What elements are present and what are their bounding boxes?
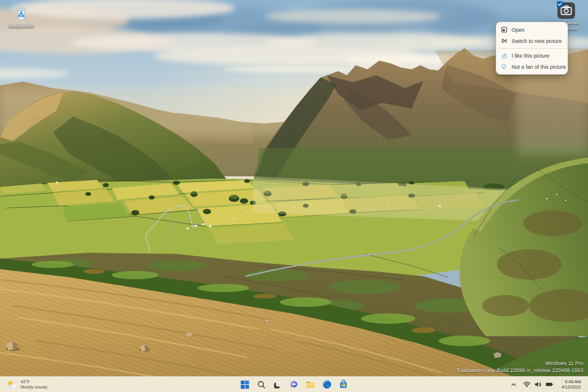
- task-view-icon: [273, 380, 282, 389]
- battery-icon: [545, 380, 554, 388]
- search-icon: [257, 380, 266, 389]
- chat-icon: [289, 380, 299, 389]
- wifi-icon: [523, 380, 531, 388]
- store-button[interactable]: [336, 377, 350, 391]
- open-window-icon: [501, 26, 507, 33]
- menu-item-like-label: I like this picture: [512, 53, 550, 59]
- store-icon: [339, 380, 348, 389]
- task-view-button[interactable]: [270, 377, 285, 391]
- edge-button[interactable]: [320, 377, 334, 391]
- watermark-build: Evaluation copy. Build 22598.ni_release.…: [457, 367, 583, 374]
- thumbs-down-icon: [501, 63, 507, 70]
- skip-next-icon: [501, 38, 507, 44]
- partly-cloudy-icon: [6, 380, 17, 390]
- edge-icon: [322, 380, 332, 389]
- start-button[interactable]: [238, 377, 252, 391]
- weather-condition: Mostly cloudy: [21, 384, 47, 390]
- tray-clock[interactable]: 9:45 AM 4/12/2022: [560, 378, 583, 391]
- chat-button[interactable]: [287, 377, 301, 391]
- chevron-up-icon: [510, 381, 517, 388]
- recycle-bin-icon: [12, 4, 31, 22]
- windows-watermark: Windows 11 Pro Evaluation copy. Build 22…: [457, 360, 583, 374]
- tray-system-icons[interactable]: [520, 380, 556, 388]
- file-explorer-icon: [306, 380, 315, 389]
- menu-separator: [497, 48, 567, 49]
- tray-hidden-icons-button[interactable]: [508, 378, 519, 391]
- menu-item-like-picture[interactable]: I like this picture: [496, 50, 567, 61]
- watermark-edition: Windows 11 Pro: [457, 360, 583, 367]
- volume-icon: [534, 380, 542, 388]
- tray-date: 4/12/2022: [562, 384, 581, 390]
- menu-item-not-fan-picture[interactable]: Not a fan of this picture: [496, 61, 567, 72]
- tray-time: 9:45 AM: [562, 379, 581, 385]
- desktop-icon-recycle-bin[interactable]: Recycle Bin: [5, 4, 38, 29]
- taskbar-center-buttons: [238, 377, 350, 392]
- selected-checkbox-icon: [557, 1, 563, 7]
- menu-item-open[interactable]: Open: [496, 24, 567, 35]
- desktop: Recycle Bin Learn about this picture Win…: [0, 0, 588, 392]
- menu-item-switch-label: Switch to next picture: [512, 38, 562, 44]
- menu-item-switch-next-picture[interactable]: Switch to next picture: [496, 35, 567, 46]
- taskbar-tray: 9:45 AM 4/12/2022: [508, 377, 588, 392]
- menu-item-not-fan-label: Not a fan of this picture: [512, 64, 566, 70]
- weather-widget[interactable]: 42°F Mostly cloudy: [0, 377, 54, 392]
- windows-logo-icon: [240, 380, 249, 389]
- menu-item-open-label: Open: [512, 27, 524, 33]
- taskbar: 42°F Mostly cloudy: [0, 376, 588, 392]
- recycle-bin-label: Recycle Bin: [9, 24, 34, 29]
- file-explorer-button[interactable]: [303, 377, 318, 391]
- spotlight-context-menu: Open Switch to next picture I like this …: [496, 22, 568, 75]
- thumbs-up-icon: [501, 52, 507, 59]
- search-button[interactable]: [254, 377, 268, 391]
- weather-temperature: 42°F: [21, 379, 47, 385]
